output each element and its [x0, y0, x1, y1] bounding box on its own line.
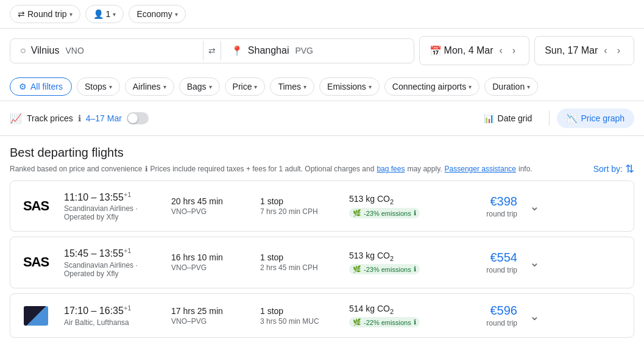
class-button[interactable]: Economy ▾: [129, 5, 185, 23]
flight-emissions: 514 kg CO2 🌿 -22% emissions ℹ: [349, 304, 447, 328]
subtitle-info-icon[interactable]: ℹ: [145, 165, 148, 173]
return-prev-button[interactable]: ‹: [600, 43, 610, 59]
bags-label: Bags: [187, 82, 207, 91]
flight-times: 17:10 – 16:35+1 Air Baltic, Lufthansa: [64, 304, 161, 326]
emissions-text: -22% emissions: [364, 319, 411, 326]
emissions-info-icon[interactable]: ℹ: [414, 265, 416, 273]
best-flights-subtitle: Ranked based on price and convenience ℹ …: [10, 162, 634, 176]
flight-duration: 17 hrs 25 min VNO–PVG: [171, 306, 250, 326]
dest-field[interactable]: 📍 Shanghai PVG: [221, 39, 414, 63]
bags-filter-button[interactable]: Bags ▾: [179, 77, 220, 96]
stops-filter-button[interactable]: Stops ▾: [77, 77, 120, 96]
expand-button[interactable]: ⌄: [527, 255, 542, 270]
return-next-button[interactable]: ›: [614, 43, 624, 59]
expand-button[interactable]: ⌄: [527, 309, 542, 323]
origin-code: VNO: [66, 46, 84, 55]
connecting-airports-chevron-icon: ▾: [469, 84, 472, 90]
emissions-info-icon[interactable]: ℹ: [414, 318, 416, 326]
flight-stops: 1 stop 2 hrs 45 min CPH: [260, 252, 339, 272]
class-label: Economy: [136, 9, 172, 19]
price-filter-button[interactable]: Price ▾: [225, 77, 266, 96]
flight-times: 15:45 – 13:55+1 Scandinavian Airlines · …: [64, 247, 161, 277]
sort-icon: ⇅: [625, 162, 634, 176]
flight-card[interactable]: SAS 11:10 – 13:55+1 Scandinavian Airline…: [10, 180, 634, 232]
passenger-assistance-link[interactable]: Passenger assistance: [445, 165, 516, 173]
emissions-filter-button[interactable]: Emissions ▾: [319, 77, 380, 96]
toggle-knob: [128, 113, 138, 123]
origin-dest-container: ○ Vilnius VNO ⇄ 📍 Shanghai PVG: [10, 38, 414, 63]
stops-chevron-icon: ▾: [109, 84, 112, 90]
leaf-icon: 🌿: [353, 318, 361, 326]
bags-chevron-icon: ▾: [209, 84, 212, 90]
expand-button[interactable]: ⌄: [527, 199, 542, 213]
duration-value: 16 hrs 10 min: [171, 252, 250, 262]
origin-field[interactable]: ○ Vilnius VNO: [10, 39, 203, 62]
flight-price: €398 round trip: [456, 195, 517, 218]
duration-chevron-icon: ▾: [527, 84, 530, 90]
leaf-icon: 🌿: [353, 209, 361, 217]
track-left-group: 📈 Track prices ℹ 4–17 Mar: [10, 112, 474, 124]
airline-logo: [24, 306, 48, 326]
return-date-field[interactable]: Sun, 17 Mar ‹ ›: [534, 36, 634, 65]
trip-type-label: Round trip: [27, 9, 67, 19]
duration-label: Duration: [492, 82, 525, 91]
times-chevron-icon: ▾: [303, 84, 306, 90]
duration-filter-button[interactable]: Duration ▾: [484, 77, 538, 96]
co2-value: 513 kg CO2: [349, 251, 447, 262]
depart-next-button[interactable]: ›: [509, 43, 519, 59]
times-filter-button[interactable]: Times ▾: [270, 77, 314, 96]
track-prices-toggle[interactable]: [127, 112, 149, 124]
airline-name: Air Baltic, Lufthansa: [64, 318, 161, 327]
calendar-icon: 📅: [430, 45, 442, 57]
sort-by-button[interactable]: Sort by: ⇅: [593, 162, 634, 176]
info2-text: info.: [518, 165, 533, 173]
all-filters-button[interactable]: ⚙ All filters: [10, 77, 72, 96]
route: VNO–PVG: [171, 317, 250, 326]
price-value: €554: [456, 251, 517, 265]
stops-value: 1 stop: [260, 196, 339, 206]
trip-type-button[interactable]: ⇄ Round trip ▾: [10, 5, 80, 23]
top-bar: ⇄ Round trip ▾ 👤 1 ▾ Economy ▾: [0, 0, 644, 29]
price-graph-icon: 📉: [567, 113, 577, 123]
emissions-badge: 🌿 -23% emissions ℹ: [349, 264, 420, 274]
airlines-filter-button[interactable]: Airlines ▾: [125, 77, 174, 96]
best-flights-title: Best departing flights: [10, 146, 634, 160]
view-divider: [549, 111, 550, 126]
flight-stops: 1 stop 3 hrs 50 min MUC: [260, 306, 339, 326]
flight-card[interactable]: SAS 15:45 – 13:55+1 Scandinavian Airline…: [10, 237, 634, 288]
stops-value: 1 stop: [260, 306, 339, 316]
connecting-airports-label: Connecting airports: [392, 82, 466, 91]
route: VNO–PVG: [171, 263, 250, 272]
stop-detail: 7 hrs 20 min CPH: [260, 207, 339, 216]
emissions-badge: 🌿 -23% emissions ℹ: [349, 208, 420, 218]
flight-stops: 1 stop 7 hrs 20 min CPH: [260, 196, 339, 216]
stop-detail: 2 hrs 45 min CPH: [260, 263, 339, 272]
bag-fees-link[interactable]: bag fees: [377, 165, 405, 173]
price-chevron-icon: ▾: [254, 84, 257, 90]
flight-card[interactable]: 17:10 – 16:35+1 Air Baltic, Lufthansa 17…: [10, 293, 634, 338]
price-type: round trip: [456, 210, 517, 218]
airline-name: Scandinavian Airlines · Operated by Xfly: [64, 204, 161, 221]
depart-date-field[interactable]: 📅 Mon, 4 Mar ‹ ›: [419, 36, 530, 65]
stops-value: 1 stop: [260, 252, 339, 262]
round-trip-icon: ⇄: [18, 9, 25, 19]
co2-sub: 2: [390, 198, 394, 205]
stop-detail: 3 hrs 50 min MUC: [260, 317, 339, 326]
emissions-info-icon[interactable]: ℹ: [414, 209, 416, 217]
best-departing-section: Best departing flights Ranked based on p…: [0, 136, 644, 180]
date-grid-button[interactable]: 📊 Date grid: [474, 109, 542, 128]
price-graph-label: Price graph: [581, 113, 625, 123]
airline-logo-container: SAS: [18, 254, 54, 270]
all-filters-label: All filters: [30, 82, 63, 91]
time-range: 17:10 – 16:35+1: [64, 304, 161, 316]
passengers-button[interactable]: 👤 1 ▾: [85, 5, 124, 23]
times-label: Times: [278, 82, 301, 91]
track-right-group: 📊 Date grid 📉 Price graph: [474, 109, 634, 128]
track-info-icon[interactable]: ℹ: [78, 113, 81, 123]
airline-logo: SAS: [23, 198, 49, 214]
depart-prev-button[interactable]: ‹: [496, 43, 506, 59]
person-icon: 👤: [93, 9, 104, 19]
swap-button[interactable]: ⇄: [203, 41, 221, 60]
connecting-airports-filter-button[interactable]: Connecting airports ▾: [384, 77, 479, 96]
price-graph-button[interactable]: 📉 Price graph: [557, 109, 634, 128]
